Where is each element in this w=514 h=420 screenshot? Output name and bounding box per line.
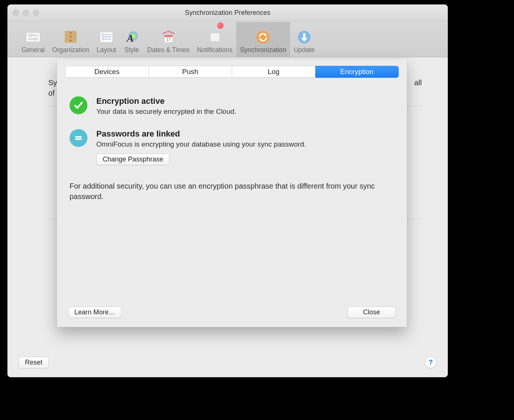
tab-general[interactable]: General <box>18 22 48 57</box>
svg-rect-10 <box>69 40 72 41</box>
tab-label: Notifications <box>197 46 232 54</box>
download-icon <box>296 30 312 45</box>
svg-point-4 <box>34 38 37 41</box>
titlebar: Synchronization Preferences <box>7 4 448 21</box>
reset-button[interactable]: Reset <box>19 357 49 368</box>
calendar-icon: 17 <box>160 30 177 45</box>
help-button[interactable]: ? <box>425 356 437 368</box>
link-icon <box>70 129 87 147</box>
window-title: Synchronization Preferences <box>185 9 270 17</box>
svg-rect-21 <box>210 33 220 42</box>
svg-rect-26 <box>303 33 305 38</box>
tab-synchronization[interactable]: Synchronization <box>236 22 290 57</box>
tab-notifications[interactable]: Notifications <box>193 22 236 57</box>
tab-label: General <box>22 46 45 54</box>
content-area: Sy all of Devices Push Log Encryption <box>7 57 448 377</box>
passwords-linked-title: Passwords are linked <box>96 129 306 139</box>
tab-label: Dates & Times <box>147 46 190 54</box>
passwords-linked-section: Passwords are linked OmniFocus is encryp… <box>65 129 399 165</box>
tab-style[interactable]: A Style <box>120 22 144 57</box>
bg-line1-suffix: all <box>414 77 422 88</box>
tab-label: Layout <box>97 46 116 54</box>
sync-sheet: Devices Push Log Encryption Encryption a… <box>57 59 407 327</box>
help-icon: ? <box>428 358 433 366</box>
svg-rect-19 <box>164 35 173 37</box>
svg-point-22 <box>257 31 269 44</box>
svg-rect-8 <box>69 32 72 33</box>
close-button[interactable]: Close <box>347 307 396 318</box>
tab-dates-times[interactable]: 17 Dates & Times <box>144 22 193 57</box>
sheet-body: Encryption active Your data is securely … <box>65 78 399 307</box>
tab-organization[interactable]: Organization <box>48 22 93 57</box>
traffic-lights <box>13 10 39 16</box>
encryption-active-title: Encryption active <box>96 96 236 106</box>
font-style-icon: A <box>123 30 140 45</box>
svg-text:17: 17 <box>166 38 171 42</box>
close-window-button[interactable] <box>13 10 19 16</box>
tab-label: Organization <box>52 46 89 54</box>
preferences-toolbar: General Organization <box>7 21 448 57</box>
sheet-tabs: Devices Push Log Encryption <box>65 66 399 78</box>
drawers-icon <box>62 30 79 45</box>
encryption-hint: For additional security, you can use an … <box>70 181 394 202</box>
preferences-window: Synchronization Preferences General <box>7 4 448 377</box>
tab-layout[interactable]: Layout <box>93 22 120 57</box>
svg-point-2 <box>30 34 32 37</box>
sheet-footer: Learn More… Close <box>65 307 399 320</box>
notification-icon <box>207 30 223 45</box>
sheet-tab-log[interactable]: Log <box>232 66 315 78</box>
encryption-active-subtitle: Your data is securely encrypted in the C… <box>96 108 236 116</box>
layout-icon <box>98 30 115 45</box>
svg-rect-9 <box>69 36 72 37</box>
change-passphrase-button[interactable]: Change Passphrase <box>96 154 170 165</box>
sheet-tab-encryption[interactable]: Encryption <box>315 66 399 78</box>
svg-text:A: A <box>126 32 134 44</box>
sheet-tab-push[interactable]: Push <box>149 66 232 78</box>
tab-label: Synchronization <box>240 46 286 54</box>
minimize-window-button[interactable] <box>23 10 29 16</box>
zoom-window-button[interactable] <box>33 10 39 16</box>
tab-label: Style <box>125 46 139 54</box>
sliders-icon <box>25 30 41 45</box>
passwords-linked-subtitle: OmniFocus is encrypting your database us… <box>96 140 306 148</box>
svg-rect-0 <box>26 32 40 42</box>
checkmark-icon <box>70 96 87 114</box>
sync-icon <box>255 30 271 45</box>
sheet-tab-devices[interactable]: Devices <box>65 66 149 78</box>
tab-update[interactable]: Update <box>290 22 318 57</box>
learn-more-button[interactable]: Learn More… <box>68 307 122 318</box>
svg-rect-28 <box>75 136 82 138</box>
tab-label: Update <box>294 46 315 54</box>
notification-badge-icon <box>217 22 224 29</box>
bg-line1-prefix: Sy <box>48 78 57 87</box>
encryption-active-section: Encryption active Your data is securely … <box>65 96 399 116</box>
svg-rect-29 <box>75 138 82 140</box>
